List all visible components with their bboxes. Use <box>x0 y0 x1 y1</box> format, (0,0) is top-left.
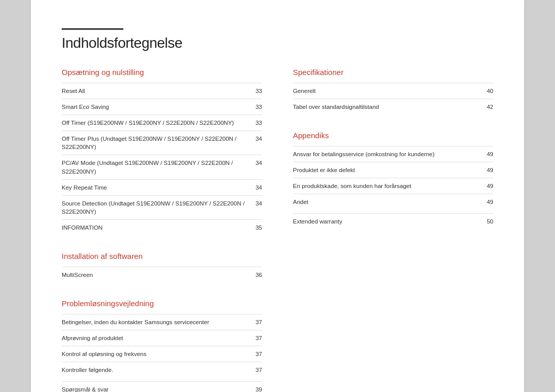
toc-entry: PC/AV Mode (Undtaget S19E200NW / S19E200… <box>62 155 262 179</box>
entry-page: 33 <box>255 87 262 95</box>
toc-entry: Tabel over standardsignaltilstand 42 <box>293 99 493 115</box>
entry-page: 37 <box>255 366 262 374</box>
entry-page: 37 <box>255 350 262 358</box>
entry-page: 34 <box>255 135 262 143</box>
entry-text: Off Timer Plus (Undtaget S19E200NW / S19… <box>62 135 255 151</box>
content-columns: Opsætning og nulstilling Reset All 33 Sm… <box>62 68 493 392</box>
section-problemlosning: Problemløsningsvejledning Betingelser, i… <box>62 299 262 392</box>
section-title-problemlosning: Problemløsningsvejledning <box>62 299 262 308</box>
toc-entry: Off Timer Plus (Undtaget S19E200NW / S19… <box>62 130 262 155</box>
entry-page: 42 <box>487 103 493 111</box>
entry-page: 49 <box>487 150 493 158</box>
entry-text: Generelt <box>293 87 487 95</box>
section-specifikationer: Specifikationer Generelt 40 Tabel over s… <box>293 68 493 115</box>
entry-text: Produktet er ikke defekt <box>293 166 487 174</box>
entry-text: Ansvar for betalingsservice (omkostning … <box>293 150 487 158</box>
toc-entry: En produktskade, som kunden har forårsag… <box>293 178 493 194</box>
right-column: Specifikationer Generelt 40 Tabel over s… <box>293 68 493 392</box>
entry-text: Kontrol af opløsning og frekvens <box>62 350 255 358</box>
section-opsaetning: Opsætning og nulstilling Reset All 33 Sm… <box>62 68 262 235</box>
entry-page: 49 <box>487 198 493 206</box>
toc-entry: Andet 49 <box>293 194 493 210</box>
entry-text: Key Repeat Time <box>62 183 255 192</box>
toc-entry: Spørgsmål & svar 39 <box>62 381 262 393</box>
toc-entry: Key Repeat Time 34 <box>62 179 262 195</box>
entry-text: Kontroller følgende. <box>62 366 255 374</box>
toc-entry: Extended warranty 50 <box>293 213 493 229</box>
toc-entry: Source Detection (Undtaget S19E200NW / S… <box>62 195 262 219</box>
entry-text: MultiScreen <box>62 271 255 279</box>
entry-text: En produktskade, som kunden har forårsag… <box>293 182 487 190</box>
entry-page: 49 <box>487 182 493 190</box>
entry-page: 33 <box>255 103 262 111</box>
entry-text: Spørgsmål & svar <box>62 385 255 393</box>
toc-entry: Off Timer (S19E200NW / S19E200NY / S22E2… <box>62 115 262 130</box>
entry-page: 40 <box>487 87 493 95</box>
entry-text: Betingelser, inden du kontakter Samsungs… <box>62 318 255 326</box>
entry-text: PC/AV Mode (Undtaget S19E200NW / S19E200… <box>62 159 255 175</box>
toc-entry: Afprøvning af produktet 37 <box>62 330 262 346</box>
entry-text: Source Detection (Undtaget S19E200NW / S… <box>62 199 255 216</box>
toc-entry: Betingelser, inden du kontakter Samsungs… <box>62 314 262 330</box>
entry-text: Andet <box>293 198 487 206</box>
left-column: Opsætning og nulstilling Reset All 33 Sm… <box>62 68 262 392</box>
entry-page: 49 <box>487 166 493 174</box>
section-installation: Installation af softwaren MultiScreen 36 <box>62 252 262 283</box>
toc-entry: Produktet er ikke defekt 49 <box>293 162 493 178</box>
entry-page: 37 <box>255 334 262 342</box>
toc-entry: INFORMATION 35 <box>62 219 262 235</box>
entry-page: 33 <box>255 119 262 127</box>
toc-entry: Reset All 33 <box>62 83 262 99</box>
toc-entry: Generelt 40 <box>293 83 493 99</box>
toc-entry: Smart Eco Saving 33 <box>62 99 262 115</box>
section-title-specifikationer: Specifikationer <box>293 68 493 77</box>
page: Indholdsfortegnelse Opsætning og nulstil… <box>31 0 524 392</box>
toc-entry: MultiScreen 36 <box>62 267 262 283</box>
entry-page: 34 <box>255 183 262 192</box>
toc-entry: Kontrol af opløsning og frekvens 37 <box>62 346 262 362</box>
entry-page: 37 <box>255 318 262 326</box>
section-title-installation: Installation af softwaren <box>62 252 262 260</box>
entry-text: Extended warranty <box>293 217 487 226</box>
entry-page: 50 <box>487 217 493 226</box>
entry-text: INFORMATION <box>62 223 255 232</box>
entry-text: Afprøvning af produktet <box>62 334 255 342</box>
title-section: Indholdsfortegnelse <box>62 28 493 51</box>
entry-page: 39 <box>255 385 262 393</box>
title-bar <box>62 28 123 30</box>
entry-text: Smart Eco Saving <box>62 103 255 111</box>
toc-entry: Kontroller følgende. 37 <box>62 362 262 378</box>
entry-page: 34 <box>255 159 262 167</box>
section-title-opsaetning: Opsætning og nulstilling <box>62 68 262 77</box>
section-appendiks: Appendiks Ansvar for betalingsservice (o… <box>293 131 493 229</box>
toc-entry: Ansvar for betalingsservice (omkostning … <box>293 146 493 162</box>
entry-text: Tabel over standardsignaltilstand <box>293 103 487 111</box>
page-title: Indholdsfortegnelse <box>62 35 493 51</box>
entry-page: 34 <box>255 199 262 208</box>
entry-text: Off Timer (S19E200NW / S19E200NY / S22E2… <box>62 119 255 127</box>
entry-text: Reset All <box>62 87 255 95</box>
section-title-appendiks: Appendiks <box>293 131 493 140</box>
entry-page: 36 <box>255 271 262 279</box>
entry-page: 35 <box>255 223 262 232</box>
